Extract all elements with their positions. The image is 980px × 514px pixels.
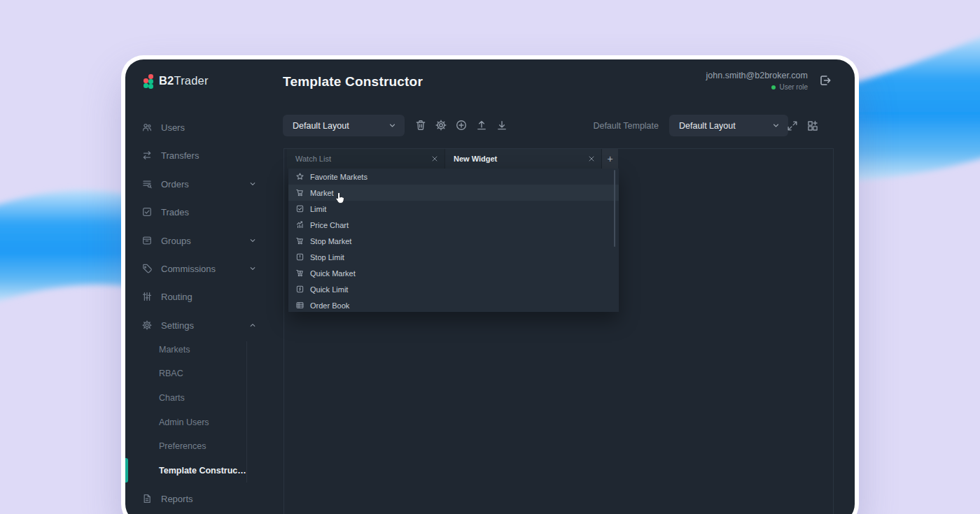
- sidebar-item-label: Users: [161, 122, 185, 133]
- tab-label: Watch List: [295, 155, 331, 163]
- chevron-up-icon: [248, 320, 258, 330]
- users-icon: [141, 122, 153, 133]
- active-item-indicator: [125, 458, 128, 483]
- gear-icon[interactable]: [435, 119, 447, 131]
- account-role: User role: [706, 83, 808, 91]
- page-title: Template Constructor: [283, 74, 423, 90]
- layout-select[interactable]: Default Layout: [283, 115, 405, 136]
- role-status-dot: [771, 85, 776, 90]
- menu-item-label: Order Book: [310, 301, 349, 310]
- sidebar-item-orders[interactable]: Orders: [141, 176, 258, 192]
- sidebar-item-transfers[interactable]: Transfers: [141, 148, 258, 163]
- menu-item-order-book[interactable]: Order Book: [288, 297, 619, 312]
- chevron-down-icon: [248, 179, 258, 189]
- wave-left: [0, 190, 129, 303]
- plus-circle-icon[interactable]: [455, 119, 468, 131]
- tab-new-widget[interactable]: New Widget: [445, 149, 602, 169]
- menu-item-stop-limit[interactable]: Stop Limit: [288, 249, 619, 265]
- sidebar-item-commissions[interactable]: Commissions: [141, 261, 258, 276]
- add-widget-grid-icon[interactable]: [806, 120, 819, 132]
- trades-icon: [141, 206, 153, 217]
- routing-icon: [141, 291, 153, 302]
- tab-watch-list[interactable]: Watch List: [287, 149, 445, 169]
- menu-item-price-chart[interactable]: Price Chart: [288, 217, 619, 233]
- sidebar-item-label: Trades: [161, 207, 189, 217]
- chart-icon: [295, 220, 304, 229]
- default-template-label: Default Template: [593, 121, 659, 131]
- layout-select-value: Default Layout: [293, 121, 349, 131]
- page: B2Trader Template Constructor john.smith…: [0, 0, 980, 514]
- sidebar-item-label: Settings: [161, 320, 194, 331]
- square-alert-icon: [295, 252, 304, 262]
- sidebar-item-reports[interactable]: Reports: [141, 491, 258, 506]
- sidebar-subitem-admin-users[interactable]: Admin Users: [159, 415, 253, 429]
- trash-icon[interactable]: [414, 119, 427, 131]
- menu-item-label: Market: [310, 189, 334, 197]
- account-info: john.smith@b2broker.com User role: [706, 71, 808, 91]
- template-select[interactable]: Default Layout: [669, 115, 788, 136]
- wave-right: [851, 35, 980, 181]
- menu-item-stop-market[interactable]: Stop Market: [288, 233, 619, 249]
- settings-icon: [141, 320, 153, 331]
- sidebar-subitem-preferences[interactable]: Preferences: [159, 439, 253, 453]
- template-select-value: Default Layout: [679, 121, 736, 131]
- sidebar-item-settings[interactable]: Settings: [141, 317, 258, 333]
- sidebar-item-label: Groups: [161, 236, 191, 246]
- close-icon[interactable]: [587, 155, 596, 163]
- orders-icon: [141, 178, 153, 190]
- star-icon: [295, 172, 304, 181]
- sidebar-item-trades[interactable]: Trades: [141, 204, 258, 220]
- transfers-icon: [141, 150, 153, 161]
- square-bolt-icon: [295, 285, 304, 294]
- menu-item-limit[interactable]: Limit: [288, 201, 619, 217]
- widget-tabbar: Watch ListNew Widget+: [287, 149, 618, 169]
- chevron-down-icon: [387, 120, 398, 131]
- order-book-icon: [295, 301, 304, 310]
- app-logo-text: B2Trader: [159, 74, 209, 87]
- add-tab-button[interactable]: +: [602, 149, 618, 169]
- groups-icon: [141, 235, 153, 246]
- b2trader-logo-icon: [141, 73, 153, 89]
- sidebar-subitem-charts[interactable]: Charts: [159, 391, 253, 405]
- menu-item-label: Limit: [310, 205, 326, 213]
- commissions-icon: [141, 263, 153, 274]
- menu-item-label: Stop Limit: [310, 253, 344, 262]
- download-icon[interactable]: [496, 119, 508, 131]
- menu-item-quick-limit[interactable]: Quick Limit: [288, 281, 619, 297]
- menu-item-market[interactable]: Market: [288, 185, 619, 201]
- app-logo: B2Trader: [141, 73, 209, 89]
- sidebar-item-label: Reports: [161, 494, 193, 504]
- sidebar-item-label: Orders: [161, 179, 189, 190]
- menu-item-label: Favorite Markets: [310, 173, 368, 181]
- menu-item-favorite-markets[interactable]: Favorite Markets: [288, 169, 619, 185]
- sidebar-item-users[interactable]: Users: [141, 120, 258, 135]
- menu-item-quick-market[interactable]: Quick Market: [288, 265, 619, 281]
- reports-icon: [141, 493, 153, 504]
- logout-icon[interactable]: [818, 73, 832, 87]
- tab-label: New Widget: [454, 155, 497, 163]
- widget-type-menu: Favorite MarketsMarketLimitPrice ChartSt…: [288, 169, 619, 312]
- menu-item-label: Quick Limit: [310, 285, 348, 294]
- account-email: john.smith@b2broker.com: [706, 71, 808, 80]
- sidebar-item-groups[interactable]: Groups: [141, 233, 258, 248]
- chevron-down-icon: [248, 236, 258, 245]
- menu-item-label: Price Chart: [310, 221, 349, 229]
- sidebar-item-routing[interactable]: Routing: [141, 289, 258, 304]
- menu-item-label: Stop Market: [310, 237, 351, 245]
- chevron-down-icon: [248, 264, 258, 273]
- sidebar-item-label: Routing: [161, 292, 192, 302]
- sidebar-subitem-template-construc[interactable]: Template Construc…: [159, 464, 253, 478]
- sidebar-item-label: Transfers: [161, 150, 199, 161]
- cart-bolt-icon: [295, 269, 304, 278]
- menu-scrollbar[interactable]: [614, 170, 615, 247]
- chevron-down-icon: [771, 120, 781, 131]
- role-label: User role: [779, 83, 808, 91]
- check-square-icon: [295, 204, 304, 213]
- upload-icon[interactable]: [475, 119, 488, 131]
- sidebar-subitem-rbac[interactable]: RBAC: [159, 366, 253, 380]
- close-icon[interactable]: [430, 155, 439, 163]
- sidebar-subitem-markets[interactable]: Markets: [159, 343, 253, 357]
- expand-icon[interactable]: [786, 120, 799, 132]
- settings-submenu-divider: [246, 341, 247, 483]
- menu-item-label: Quick Market: [310, 269, 356, 278]
